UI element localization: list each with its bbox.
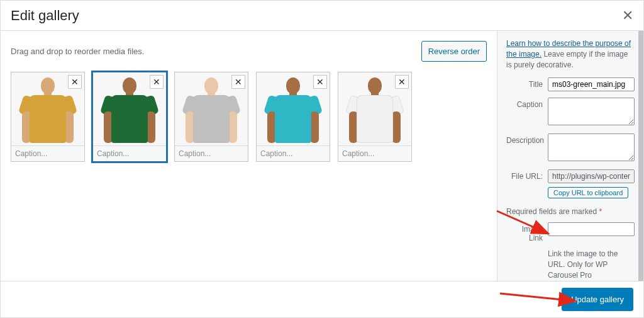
close-icon: ✕ — [398, 77, 406, 87]
thumb-image: ✕ — [338, 72, 411, 145]
description-label: Description — [506, 133, 543, 145]
reverse-order-button[interactable]: Reverse order — [421, 41, 487, 62]
gallery-thumb[interactable]: ✕ — [256, 72, 330, 162]
close-icon: ✕ — [153, 77, 160, 87]
thumb-caption-input[interactable] — [338, 145, 411, 161]
remove-thumb-button[interactable]: ✕ — [150, 75, 164, 89]
attachment-details-sidebar: Learn how to describe the purpose of the… — [497, 31, 643, 281]
alt-help: Learn how to describe the purpose of the… — [506, 38, 635, 70]
thumb-image: ✕ — [175, 72, 248, 145]
thumb-caption-input[interactable] — [93, 145, 166, 161]
modal-title: Edit gallery — [11, 8, 79, 24]
gallery-thumb[interactable]: ✕ — [338, 72, 412, 162]
gallery-thumb[interactable]: ✕ — [174, 72, 248, 162]
field-title: Title — [506, 77, 635, 91]
description-textarea[interactable] — [548, 133, 635, 161]
fileurl-label: File URL: — [506, 169, 543, 181]
remove-thumb-button[interactable]: ✕ — [313, 75, 327, 89]
modal-header: Edit gallery ✕ — [1, 1, 643, 31]
gallery-thumb[interactable]: ✕ — [92, 72, 167, 162]
imagelink-label: Image Link — [506, 222, 543, 242]
caption-label: Caption — [506, 98, 543, 109]
thumb-caption-input[interactable] — [11, 145, 84, 161]
close-icon: ✕ — [235, 77, 242, 87]
copy-url-button[interactable]: Copy URL to clipboard — [548, 187, 628, 198]
close-icon: ✕ — [316, 77, 324, 87]
imagelink-hint: Link the image to the URL. Only for WP C… — [548, 249, 635, 280]
thumb-image: ✕ — [11, 72, 84, 145]
gallery-instructions: Drag and drop to reorder media files. — [11, 47, 144, 56]
close-icon: ✕ — [622, 8, 633, 23]
thumb-image: ✕ — [257, 72, 330, 145]
field-fileurl: File URL: Copy URL to clipboard — [506, 169, 635, 198]
remove-thumb-button[interactable]: ✕ — [395, 75, 409, 89]
thumb-image: ✕ — [93, 72, 166, 145]
remove-thumb-button[interactable]: ✕ — [68, 75, 82, 89]
close-button[interactable]: ✕ — [622, 9, 633, 23]
modal-footer: Update gallery — [1, 281, 643, 317]
gallery-thumb[interactable]: ✕ — [11, 72, 85, 162]
thumb-caption-input[interactable] — [257, 145, 330, 161]
update-gallery-button[interactable]: Update gallery — [562, 288, 633, 311]
remove-thumb-button[interactable]: ✕ — [231, 75, 245, 89]
title-label: Title — [506, 77, 543, 89]
gallery-area: Drag and drop to reorder media files. Re… — [1, 31, 497, 281]
modal-body: Drag and drop to reorder media files. Re… — [1, 31, 643, 281]
required-note: Required fields are marked * — [506, 207, 635, 216]
imagelink-input[interactable] — [548, 222, 635, 236]
thumbnail-list: ✕✕✕✕✕ — [11, 72, 487, 162]
field-imagelink: Image Link — [506, 222, 635, 242]
title-input[interactable] — [548, 77, 635, 91]
edit-gallery-modal: Edit gallery ✕ Drag and drop to reorder … — [0, 0, 644, 318]
field-caption: Caption — [506, 98, 635, 127]
gallery-toolbar: Drag and drop to reorder media files. Re… — [11, 41, 487, 62]
close-icon: ✕ — [71, 77, 79, 87]
fileurl-input[interactable] — [548, 169, 635, 183]
caption-textarea[interactable] — [548, 98, 635, 125]
thumb-caption-input[interactable] — [175, 145, 248, 161]
field-description: Description — [506, 133, 635, 163]
